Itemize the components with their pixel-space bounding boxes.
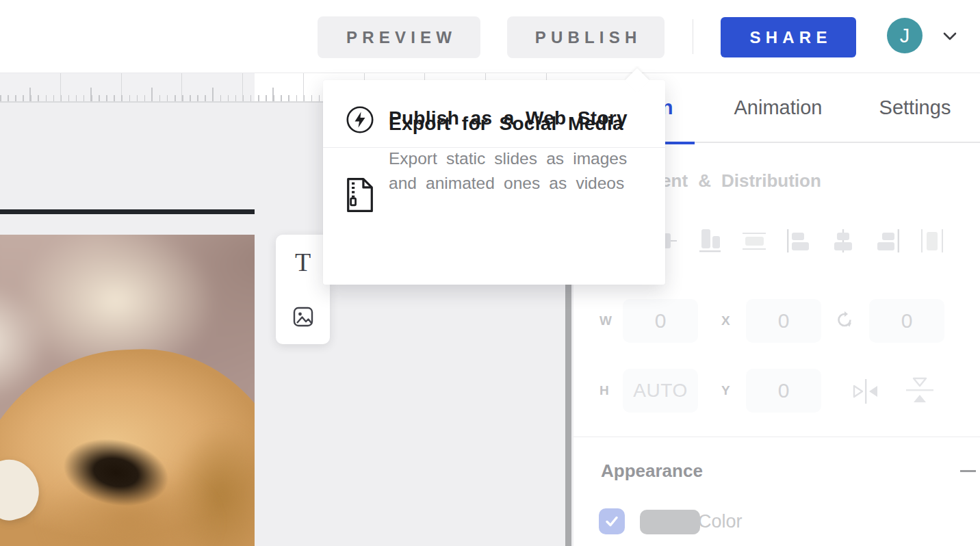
rotation-input[interactable] <box>869 299 944 343</box>
x-label: X <box>721 299 730 343</box>
align-center-horizontal-button[interactable] <box>830 228 856 254</box>
tab-animation[interactable]: Animation <box>727 73 829 142</box>
size-position-row-2: H Y <box>573 369 980 413</box>
align-right-button[interactable] <box>875 228 901 254</box>
size-position-row-1: W X <box>573 299 980 343</box>
preview-button[interactable]: PREVIEW <box>318 16 480 58</box>
collapse-section-icon[interactable] <box>960 470 976 472</box>
menu-item-description: Export static slides as images and anima… <box>389 146 627 196</box>
publish-dropdown: Publish as a Web Story Export for Social… <box>323 80 665 285</box>
rotation-icon <box>836 311 853 330</box>
align-left-button[interactable] <box>786 228 812 254</box>
align-bottom-button[interactable] <box>697 228 723 254</box>
distribute-vertical-button[interactable] <box>741 228 767 254</box>
tab-settings[interactable]: Settings <box>873 73 957 142</box>
insert-text-button[interactable]: T <box>276 235 330 289</box>
avatar[interactable]: J <box>887 18 923 53</box>
color-swatch[interactable] <box>640 510 700 534</box>
height-label: H <box>599 369 609 413</box>
publish-button[interactable]: PUBLISH <box>507 16 665 58</box>
image-icon <box>292 305 315 328</box>
topbar: PREVIEW PUBLISH SHARE J <box>0 0 980 73</box>
account-menu-button[interactable] <box>939 26 961 45</box>
color-label: Color <box>698 511 743 532</box>
height-input[interactable] <box>623 369 698 413</box>
topbar-divider <box>693 19 693 54</box>
appearance-section-title: Appearance <box>601 460 703 482</box>
canvas-line-element[interactable] <box>0 209 255 214</box>
checkmark-icon <box>604 515 619 528</box>
alignment-buttons-row <box>652 228 945 254</box>
width-label: W <box>599 299 612 343</box>
insert-image-button[interactable] <box>276 289 330 344</box>
x-input[interactable] <box>746 299 821 343</box>
share-button[interactable]: SHARE <box>721 17 856 57</box>
chevron-down-icon <box>939 26 961 45</box>
text-tool-icon: T <box>295 249 311 275</box>
distribute-horizontal-button[interactable] <box>919 228 945 254</box>
y-input[interactable] <box>746 369 821 413</box>
flip-horizontal-icon[interactable] <box>850 377 881 406</box>
menu-item-title: Export for Social Media <box>389 113 623 135</box>
panel-section-divider <box>573 437 980 437</box>
canvas-dog-image[interactable] <box>0 235 255 546</box>
zip-file-icon <box>346 177 374 213</box>
insert-toolbar: T <box>276 235 330 344</box>
y-label: Y <box>721 369 730 413</box>
lightning-circle-icon <box>345 105 375 135</box>
flip-vertical-icon[interactable] <box>905 375 935 406</box>
color-enabled-checkbox[interactable] <box>599 508 625 534</box>
width-input[interactable] <box>623 299 698 343</box>
app-root: T PREVIEW PUBLISH SHARE J Design <box>0 0 980 546</box>
